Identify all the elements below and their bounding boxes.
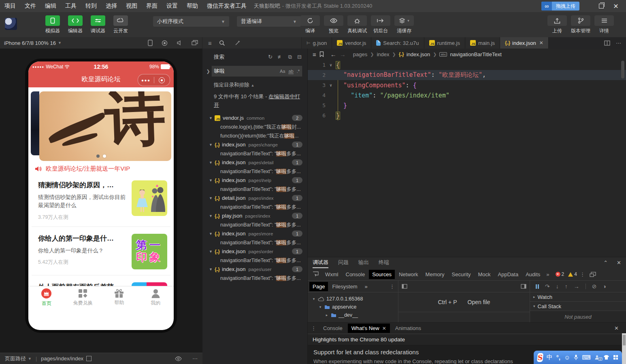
action-预览[interactable]: 预览 [324, 15, 343, 34]
lang-zh-icon[interactable]: 中 [547, 353, 553, 361]
undock-icon[interactable] [590, 272, 596, 277]
show-navigator-icon[interactable] [402, 284, 407, 289]
fold-icon[interactable]: ∨ [326, 83, 336, 87]
project-avatar[interactable] [5, 18, 17, 30]
more-icon[interactable]: ●●● [138, 78, 154, 83]
code-line-2[interactable]: 2 "navigationBarTitleText": "欧皇源码论坛", [308, 70, 626, 80]
search-result-match[interactable]: navigationBarTitleText": "哆啦多多... [202, 256, 307, 265]
search-input[interactable]: 哆啦 Aa ab .* [211, 66, 302, 77]
menu-item-2[interactable]: 文件 [20, 0, 40, 12]
sogou-logo-icon[interactable]: S [537, 353, 543, 362]
editor-tab-vendor.js[interactable]: JSvendor.js [332, 37, 371, 49]
debugger-tab-问题[interactable]: 问题 [338, 257, 349, 268]
capsule-menu[interactable]: ●●● [138, 74, 170, 86]
search-result-match[interactable]: navigationBarTitleText": "哆啦多多... [202, 274, 307, 283]
phone-tab-首页[interactable]: 首页 [28, 286, 65, 308]
fold-icon[interactable]: ∨ [326, 63, 336, 67]
devtools-tab-security[interactable]: Security [449, 270, 474, 279]
code-line-4[interactable]: 4 "item": "/pages/index/item" [308, 90, 626, 100]
devtools-tab-appdata[interactable]: AppData [495, 270, 522, 279]
action-切后台[interactable]: 切后台 [371, 15, 390, 34]
bookmark-icon[interactable] [319, 51, 324, 57]
tree-node-appservice[interactable]: ▾appservice [308, 303, 398, 311]
search-result-match[interactable]: console.log(e),{title:"我正在哆啦封... [202, 123, 307, 131]
right-action-上传[interactable]: 上传 [547, 15, 567, 34]
format-wand-icon[interactable] [235, 40, 241, 46]
search-result-match[interactable]: navigationBarTitleText": "哆啦多多... [202, 167, 307, 176]
match-case-icon[interactable]: Aa [280, 69, 285, 74]
step-icon[interactable]: → [574, 283, 579, 290]
toggle-replace-icon[interactable]: ❯ [205, 69, 211, 74]
search-result-file[interactable]: ▼{..}index.jsonpages\user1 [202, 265, 307, 274]
more-panes-icon[interactable]: » [362, 282, 371, 291]
open-in-editor-icon[interactable]: ⧉ [288, 54, 292, 60]
debugger-tab-终端[interactable]: 终端 [379, 257, 389, 268]
collapse-panel-icon[interactable]: ⌃ [603, 260, 608, 266]
file-list-icon[interactable]: ≡ [208, 40, 212, 47]
record-icon[interactable] [162, 40, 168, 46]
minimize-target-icon[interactable] [154, 77, 170, 83]
device-selector[interactable]: iPhone 6/7/8 100% 16 [4, 40, 56, 46]
pane-tab-page[interactable]: Page [309, 282, 328, 291]
mode-dropdown[interactable]: 小程序模式▼ [153, 16, 229, 27]
menu-item-4[interactable]: 工具 [61, 0, 81, 12]
breadcrumb-item[interactable]: index [377, 51, 389, 57]
devtools-tab-mock[interactable]: Mock [475, 270, 494, 279]
search-icon[interactable] [219, 40, 225, 46]
search-result-file[interactable]: ▼{..}index.jsonpages\change1 [202, 140, 307, 149]
close-tab-icon[interactable]: ✕ [539, 40, 543, 46]
outline-icon[interactable]: ≡ [313, 51, 316, 58]
close-window-icon[interactable]: ✕ [612, 2, 620, 10]
search-result-file[interactable]: ▼{..}index.jsonpages\order1 [202, 247, 307, 256]
step-over-icon[interactable]: ↷ [545, 283, 550, 290]
menu-item-11[interactable]: 微信开发者工具 [202, 0, 251, 12]
panel-toggle-编辑器[interactable]: 编辑器 [66, 15, 84, 34]
search-result-file[interactable]: ▼{..}detail.jsonpages\index1 [202, 194, 307, 203]
deactivate-breakpoints-icon[interactable]: ⊘ [592, 283, 597, 290]
code-line-3[interactable]: 3∨ "usingComponents": { [308, 80, 626, 90]
close-panel-icon[interactable]: ✕ [617, 260, 621, 266]
devtools-tab-audits[interactable]: Audits [522, 270, 543, 279]
devtools-menu-icon[interactable]: ⋮ [578, 271, 587, 277]
inspect-icon[interactable] [313, 271, 319, 277]
watch-section[interactable]: ▸Watch [530, 292, 626, 302]
search-result-match[interactable]: navigationBarTitleText": "哆啦多多... [202, 238, 307, 247]
debugger-tab-输出[interactable]: 输出 [358, 257, 369, 268]
eye-icon[interactable] [175, 356, 182, 362]
step-out-icon[interactable]: ↑ [565, 283, 568, 290]
devtools-tab-console[interactable]: Console [343, 270, 368, 279]
mute-icon[interactable] [177, 40, 183, 46]
banner-carousel[interactable]: 诗 [28, 91, 174, 161]
menu-item-6[interactable]: 选择 [101, 0, 121, 12]
menu-item-5[interactable]: 转到 [81, 0, 101, 12]
announcement-bar[interactable]: 欧皇源码论坛/注册就送一年VIP [28, 161, 174, 174]
editor-tab-Search: 32.u7u[interactable]: Search: 32.u7u [371, 37, 424, 49]
drawer-tab-what-s-new[interactable]: What's New✕ [348, 324, 390, 333]
pause-on-exceptions-icon[interactable]: ◑ [603, 283, 606, 290]
drag-upload-button[interactable]: ∞ 拖拽上传 [541, 2, 579, 11]
tree-node-127.0.0.1:65368[interactable]: ▾127.0.0.1:65368 [308, 295, 398, 303]
compile-mode-dropdown[interactable]: 普通编译▼ [237, 16, 301, 27]
menu-item-1[interactable]: 项目 [0, 0, 20, 12]
panel-toggle-模拟器[interactable]: 模拟器 [44, 15, 62, 34]
regex-icon[interactable]: .* [297, 69, 300, 74]
show-debugger-icon[interactable] [521, 284, 526, 289]
keyboard-icon[interactable]: ⌨ [582, 354, 591, 361]
panel-toggle-云开发[interactable]: 云开发 [112, 15, 130, 34]
clear-results-icon[interactable]: ≢ [278, 54, 283, 60]
callstack-section[interactable]: ▾Call Stack [530, 302, 626, 311]
forward-icon[interactable]: → [340, 51, 346, 58]
search-result-file[interactable]: ▼{..}index.jsonpages\more1 [202, 229, 307, 238]
phone-tab-我的[interactable]: 我的 [137, 286, 174, 308]
tab-more-icon[interactable]: ⋯ [616, 40, 621, 46]
search-result-file[interactable]: ▼JSvendor.jscommon2 [202, 114, 307, 123]
phone-tab-帮助[interactable]: 帮助 [101, 286, 138, 308]
breadcrumb-item[interactable]: navigationBarTitleText [450, 51, 501, 57]
search-result-match[interactable]: navigationBarTitleText": "哆啦多多... [202, 220, 307, 229]
multi-window-icon[interactable] [192, 40, 198, 46]
menu-item-3[interactable]: 编辑 [40, 0, 61, 12]
search-result-file[interactable]: ▼{..}index.jsonpages\detail1 [202, 158, 307, 167]
devtools-tab-sources[interactable]: Sources [369, 270, 395, 279]
drawer-tab-console[interactable]: Console [319, 324, 346, 333]
pane-tab-filesystem[interactable]: Filesystem [329, 282, 360, 291]
